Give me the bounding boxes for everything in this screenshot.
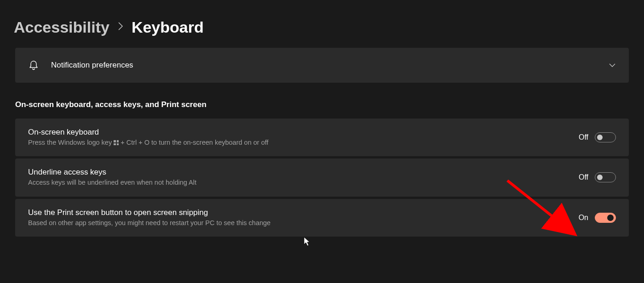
toggle-state-label: Off <box>579 133 588 142</box>
underline-access-keys-toggle[interactable] <box>595 172 616 182</box>
toggle-state-label: Off <box>579 173 588 181</box>
chevron-down-icon <box>609 63 616 68</box>
breadcrumb: Accessibility Keyboard <box>0 0 644 48</box>
chevron-right-icon <box>118 22 123 34</box>
setting-desc: Based on other app settings, you might n… <box>28 218 579 227</box>
bell-icon <box>28 60 39 71</box>
setting-title: On-screen keyboard <box>28 128 579 137</box>
mouse-cursor-icon <box>304 237 311 247</box>
setting-desc: Press the Windows logo key + Ctrl + O to… <box>28 138 579 147</box>
notification-preferences-label: Notification preferences <box>51 61 609 70</box>
windows-logo-icon <box>114 140 119 145</box>
print-screen-snipping-row: Use the Print screen button to open scre… <box>15 199 629 237</box>
section-heading: On-screen keyboard, access keys, and Pri… <box>15 100 629 109</box>
notification-preferences-row[interactable]: Notification preferences <box>15 48 629 83</box>
toggle-state-label: On <box>579 214 588 222</box>
print-screen-snipping-toggle[interactable] <box>595 213 616 223</box>
onscreen-keyboard-toggle[interactable] <box>595 132 616 142</box>
onscreen-keyboard-row: On-screen keyboard Press the Windows log… <box>15 119 629 156</box>
setting-title: Use the Print screen button to open scre… <box>28 208 579 217</box>
breadcrumb-parent[interactable]: Accessibility <box>14 18 109 36</box>
underline-access-keys-row: Underline access keys Access keys will b… <box>15 158 629 196</box>
setting-desc: Access keys will be underlined even when… <box>28 178 579 187</box>
setting-title: Underline access keys <box>28 168 579 177</box>
breadcrumb-current: Keyboard <box>132 18 204 36</box>
